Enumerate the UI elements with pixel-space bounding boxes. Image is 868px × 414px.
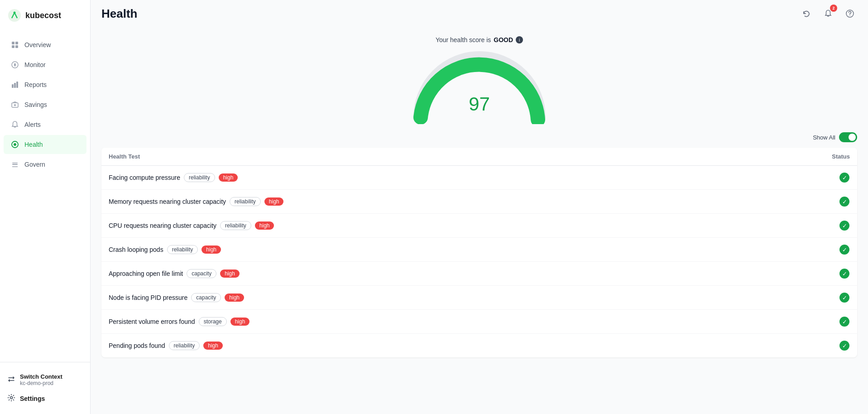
table-header-controls: Show All <box>101 129 857 146</box>
status-ok-icon: ✓ <box>839 316 850 327</box>
show-all-label: Show All <box>813 134 835 141</box>
col-health-test: Health Test <box>101 148 747 166</box>
status-ok-icon: ✓ <box>839 268 850 279</box>
svg-rect-14 <box>12 164 18 165</box>
check-circle: ✓ <box>839 317 849 327</box>
check-circle: ✓ <box>839 173 849 183</box>
tag-high: high <box>255 221 274 230</box>
govern-icon <box>11 160 19 168</box>
sidebar-item-alerts[interactable]: Alerts <box>4 115 86 134</box>
check-circle: ✓ <box>839 245 849 255</box>
refresh-button[interactable] <box>799 6 814 21</box>
sidebar-item-monitor-label: Monitor <box>24 61 46 68</box>
tag-reliability: reliability <box>220 221 251 230</box>
switch-context-button[interactable]: Switch Context kc-demo-prod <box>7 370 83 390</box>
test-name-cell: CPU requests nearing cluster capacity re… <box>101 214 747 238</box>
svg-rect-2 <box>12 42 14 44</box>
sidebar-item-reports[interactable]: Reports <box>4 75 86 94</box>
tag-high: high <box>264 197 284 206</box>
top-bar-actions: 2 <box>799 6 857 21</box>
svg-point-18 <box>849 15 850 16</box>
sidebar-item-alerts-label: Alerts <box>24 121 41 128</box>
table-row: Persistent volume errors found storagehi… <box>101 310 857 334</box>
table-row: Facing compute pressure reliabilityhigh … <box>101 166 857 190</box>
settings-button[interactable]: Settings <box>7 390 83 407</box>
main-content: Health 2 Your health score is GOOD i <box>91 0 868 414</box>
settings-gear-icon <box>7 394 15 403</box>
svg-rect-9 <box>16 82 18 88</box>
test-name: Memory requests nearing cluster capacity… <box>109 197 739 206</box>
health-score-word: GOOD <box>494 36 513 43</box>
savings-icon <box>11 101 19 109</box>
status-ok-icon: ✓ <box>839 340 850 351</box>
test-name-text: Pending pods found <box>109 342 165 349</box>
test-name: Pending pods found reliabilityhigh <box>109 341 739 350</box>
table-section: Show All Health Test Status Facing compu… <box>91 129 868 368</box>
sidebar-item-health-label: Health <box>24 141 43 148</box>
sidebar-item-govern[interactable]: Govern <box>4 155 86 174</box>
status-ok-icon: ✓ <box>839 292 850 303</box>
svg-rect-3 <box>15 42 18 44</box>
test-name-cell: Approaching open file limit capacityhigh <box>101 262 747 286</box>
health-score-number: 97 <box>469 93 490 115</box>
test-name-cell: Persistent volume errors found storagehi… <box>101 310 747 334</box>
sidebar-item-reports-label: Reports <box>24 81 47 88</box>
tag-high: high <box>203 342 223 350</box>
test-name-cell: Crash looping pods reliabilityhigh <box>101 238 747 262</box>
show-all-toggle[interactable] <box>839 132 857 142</box>
grid-icon <box>11 41 19 49</box>
test-name-text: Memory requests nearing cluster capacity <box>109 198 226 205</box>
tag-high: high <box>225 294 244 302</box>
switch-context-icon <box>7 375 15 385</box>
tag-high: high <box>219 173 238 182</box>
test-name-cell: Facing compute pressure reliabilityhigh <box>101 166 747 190</box>
check-circle: ✓ <box>839 341 849 351</box>
test-name-text: Approaching open file limit <box>109 270 183 277</box>
test-name-text: Node is facing PID pressure <box>109 294 187 301</box>
monitor-icon <box>11 61 19 69</box>
page-title: Health <box>101 7 137 21</box>
health-score-info-icon[interactable]: i <box>516 36 523 43</box>
svg-rect-15 <box>12 163 18 164</box>
tag-reliability: reliability <box>230 197 261 206</box>
sidebar-item-savings[interactable]: Savings <box>4 95 86 114</box>
tag-reliability: reliability <box>169 341 200 350</box>
status-ok-icon: ✓ <box>839 220 850 231</box>
help-button[interactable] <box>843 6 857 21</box>
status-cell: ✓ <box>747 214 857 238</box>
svg-point-1 <box>14 12 16 14</box>
test-name: Approaching open file limit capacityhigh <box>109 269 739 278</box>
notification-count: 2 <box>830 5 837 12</box>
kubecost-logo-icon <box>7 8 22 23</box>
bar-chart-icon <box>11 81 19 89</box>
health-table: Health Test Status Facing compute pressu… <box>101 148 857 357</box>
sidebar-item-monitor[interactable]: Monitor <box>4 55 86 74</box>
tag-high: high <box>230 318 250 326</box>
test-name-cell: Pending pods found reliabilityhigh <box>101 334 747 358</box>
sidebar-item-overview[interactable]: Overview <box>4 35 86 54</box>
main-nav: Overview Monitor Reports Savings Alerts <box>0 31 90 362</box>
status-cell: ✓ <box>747 166 857 190</box>
sidebar-item-health[interactable]: Health <box>4 135 86 154</box>
switch-context-label: Switch Context <box>20 373 62 380</box>
tag-high: high <box>201 246 221 254</box>
check-circle: ✓ <box>839 197 849 207</box>
sidebar-bottom: Switch Context kc-demo-prod Settings <box>0 362 90 414</box>
status-cell: ✓ <box>747 334 857 358</box>
status-ok-icon: ✓ <box>839 244 850 255</box>
toggle-knob <box>849 134 856 141</box>
check-circle: ✓ <box>839 269 849 279</box>
svg-point-0 <box>8 9 21 22</box>
tag-high: high <box>220 270 240 278</box>
svg-rect-5 <box>15 45 18 48</box>
test-name: Facing compute pressure reliabilityhigh <box>109 173 739 182</box>
health-score-section: Your health score is GOOD i 97 <box>91 27 868 129</box>
app-logo[interactable]: kubecost <box>0 0 90 31</box>
notifications-button[interactable]: 2 <box>821 6 835 21</box>
tag-capacity: capacity <box>187 269 216 278</box>
svg-rect-8 <box>14 83 16 88</box>
test-name-text: Crash looping pods <box>109 246 163 253</box>
table-row: CPU requests nearing cluster capacity re… <box>101 214 857 238</box>
status-ok-icon: ✓ <box>839 196 850 207</box>
switch-context-sublabel: kc-demo-prod <box>20 380 62 386</box>
